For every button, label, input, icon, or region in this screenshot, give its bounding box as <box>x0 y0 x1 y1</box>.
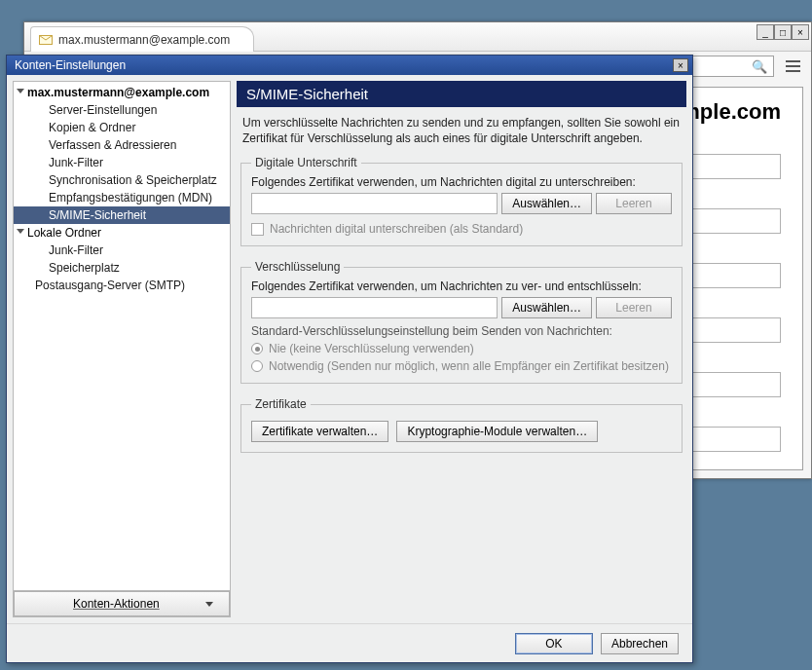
sidebar-item-mdn[interactable]: Empfangsbestätigungen (MDN) <box>14 189 230 206</box>
dialog-body: max.mustermann@example.com Server-Einste… <box>7 75 692 623</box>
sign-default-checkbox <box>251 223 264 236</box>
signing-clear-button: Leeren <box>596 193 672 214</box>
tab-title: max.mustermann@example.com <box>58 33 230 47</box>
sidebar-item-compose[interactable]: Verfassen & Adressieren <box>14 136 230 154</box>
maximize-button[interactable]: □ <box>774 24 792 40</box>
pane-description: Um verschlüsselte Nachrichten zu senden … <box>237 115 686 152</box>
mail-icon <box>39 34 53 46</box>
search-icon: 🔍 <box>752 59 767 74</box>
encryption-hint: Folgendes Zertifikat verwenden, um Nachr… <box>251 279 672 293</box>
cancel-button[interactable]: Abbrechen <box>601 633 679 654</box>
account-settings-dialog: Konten-Einstellungen × max.mustermann@ex… <box>6 55 693 663</box>
sidebar-item-local-disk[interactable]: Speicherplatz <box>14 259 230 277</box>
encrypt-required-radio <box>251 360 263 372</box>
dialog-title: Konten-Einstellungen <box>15 58 126 72</box>
sidebar-item-smime[interactable]: S/MIME-Sicherheit <box>14 206 230 224</box>
titlebar: max.mustermann@example.com _ □ × <box>24 22 811 52</box>
account-actions-label: Konten-Aktionen <box>73 597 160 611</box>
dialog-close-button[interactable]: × <box>673 58 688 72</box>
account-tree: max.mustermann@example.com Server-Einste… <box>14 82 230 590</box>
menu-button[interactable] <box>782 56 803 76</box>
encryption-clear-button: Leeren <box>596 297 672 318</box>
certificates-legend: Zertifikate <box>251 397 311 411</box>
encryption-legend: Verschlüsselung <box>251 260 344 274</box>
signing-group: Digitale Unterschrift Folgendes Zertifik… <box>240 156 683 246</box>
signing-cert-field <box>251 193 498 214</box>
minimize-button[interactable]: _ <box>757 24 774 40</box>
dialog-footer: OK Abbrechen <box>7 623 692 662</box>
pane-heading: S/MIME-Sicherheit <box>237 81 686 107</box>
account-root[interactable]: max.mustermann@example.com <box>14 84 230 101</box>
sidebar-item-smtp[interactable]: Postausgang-Server (SMTP) <box>14 277 230 294</box>
sign-default-label: Nachrichten digital unterschreiben (als … <box>270 222 523 236</box>
encrypt-required-label: Notwendig (Senden nur möglich, wenn alle… <box>269 359 669 373</box>
encryption-default-label: Standard-Verschlüsselungseinstellung bei… <box>251 324 672 338</box>
sidebar-footer: Konten-Aktionen <box>14 590 230 616</box>
ok-button[interactable]: OK <box>515 633 593 654</box>
encrypt-never-label: Nie (keine Verschlüsselung verwenden) <box>269 342 474 355</box>
signing-legend: Digitale Unterschrift <box>251 156 361 169</box>
mail-tab[interactable]: max.mustermann@example.com <box>30 26 254 52</box>
signing-hint: Folgendes Zertifikat verwenden, um Nachr… <box>251 175 672 189</box>
sidebar-item-local-junk[interactable]: Junk-Filter <box>14 242 230 259</box>
settings-pane: S/MIME-Sicherheit Um verschlüsselte Nach… <box>237 81 686 617</box>
sidebar-item-junk[interactable]: Junk-Filter <box>14 154 230 171</box>
encryption-cert-field <box>251 297 498 318</box>
certificates-group: Zertifikate Zertifikate verwalten… Krypt… <box>240 397 683 453</box>
sidebar-item-copies[interactable]: Kopien & Ordner <box>14 119 230 136</box>
local-folders-root[interactable]: Lokale Ordner <box>14 224 230 242</box>
encrypt-never-radio <box>251 343 263 354</box>
chevron-down-icon <box>205 602 213 607</box>
close-button[interactable]: × <box>792 24 809 40</box>
sidebar-item-sync[interactable]: Synchronisation & Speicherplatz <box>14 171 230 189</box>
encryption-group: Verschlüsselung Folgendes Zertifikat ver… <box>240 260 683 384</box>
sidebar: max.mustermann@example.com Server-Einste… <box>13 81 231 617</box>
window-controls: _ □ × <box>757 24 809 40</box>
encryption-select-button[interactable]: Auswählen… <box>501 297 592 318</box>
manage-certs-button[interactable]: Zertifikate verwalten… <box>251 421 388 442</box>
sidebar-item-server[interactable]: Server-Einstellungen <box>14 101 230 119</box>
dialog-titlebar: Konten-Einstellungen × <box>7 56 692 75</box>
manage-crypto-button[interactable]: Kryptographie-Module verwalten… <box>396 421 598 442</box>
account-actions-button[interactable]: Konten-Aktionen <box>14 591 230 616</box>
signing-select-button[interactable]: Auswählen… <box>501 193 592 214</box>
